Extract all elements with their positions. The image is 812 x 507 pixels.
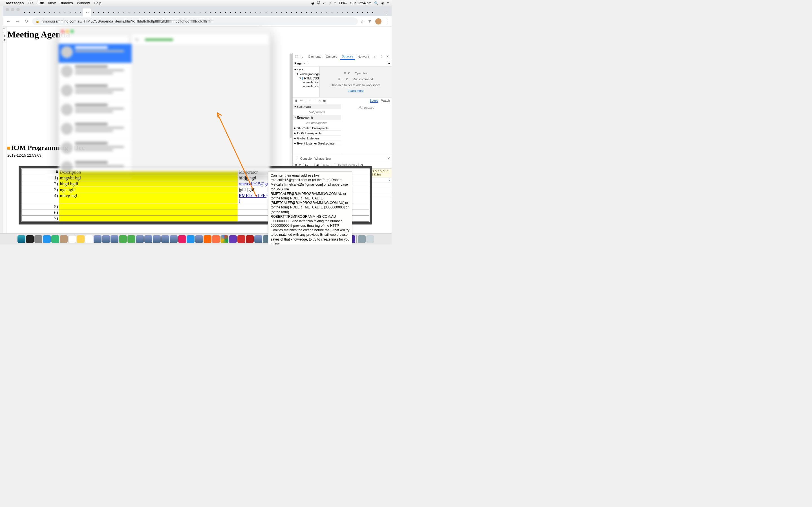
tab[interactable]: ▪ (91, 8, 96, 16)
tree-folder[interactable]: ▾ HTMLCSS (293, 76, 319, 80)
scope-tab[interactable]: Scope (370, 99, 378, 103)
dock-chrome[interactable] (220, 235, 229, 243)
drawer-menu-icon[interactable]: ⋮ (294, 157, 297, 160)
breakpoints-header[interactable]: ▾ Breakpoints (293, 115, 341, 120)
window-minimize[interactable] (11, 8, 14, 11)
spotlight-icon[interactable]: 🔍 (374, 1, 378, 5)
dock-app[interactable] (94, 235, 101, 243)
tab[interactable]: ▪ (57, 8, 62, 16)
sources-menu-icon[interactable]: ⋮ (307, 61, 310, 65)
notification-center-icon[interactable]: ≡ (387, 1, 389, 5)
dock-app[interactable] (110, 235, 118, 243)
dock-app[interactable] (161, 235, 169, 243)
tab[interactable]: ▪ (47, 8, 52, 16)
conversation[interactable] (59, 101, 132, 121)
dock-facetime[interactable] (128, 235, 135, 243)
menu-buddies[interactable]: Buddies (59, 1, 73, 5)
new-tab-button[interactable]: + (382, 10, 390, 16)
tab[interactable]: ▪ (319, 8, 324, 16)
battery-status[interactable]: 11% ⎓ (339, 1, 347, 5)
bluetooth-icon[interactable]: ᛒ (329, 1, 331, 5)
tab[interactable]: ▪ (198, 8, 202, 16)
clock[interactable]: Sun 12:54 pm (350, 1, 371, 5)
xhr-breakpoints[interactable]: ▸ XHR/fetch Breakpoints (293, 126, 341, 131)
dock-safari[interactable] (43, 235, 51, 243)
tab[interactable]: ▪ (248, 8, 253, 16)
tab[interactable]: ▪ (289, 8, 294, 16)
messages-to-field[interactable]: To: (132, 34, 268, 45)
tab[interactable]: ▪ (188, 8, 192, 16)
wifi-icon[interactable]: ⌔ (334, 1, 336, 5)
tab[interactable]: ▪ (126, 8, 132, 16)
tree-file[interactable]: agenda_iter (293, 84, 319, 88)
tab[interactable]: ▪ (183, 8, 187, 16)
tab[interactable]: ▪ (213, 8, 218, 16)
mod-extra[interactable]: ] (239, 198, 240, 203)
menu-help[interactable]: Help (94, 1, 101, 5)
dock-app[interactable] (102, 235, 110, 243)
tab[interactable]: ▪ (269, 8, 273, 16)
tab[interactable]: ▪ (350, 8, 355, 16)
tab[interactable]: ▪ (32, 8, 37, 16)
tab[interactable]: ▪ (329, 8, 335, 16)
desc-cell[interactable]: hhgd hgdf (59, 181, 238, 187)
dock-appstore[interactable] (187, 235, 195, 243)
tab[interactable]: ▪ (132, 8, 137, 16)
msg-minimize[interactable] (66, 30, 69, 33)
conversation[interactable] (59, 140, 132, 159)
tab[interactable]: ▪ (42, 8, 47, 16)
desc-cell[interactable]: mhvg ngf (59, 193, 238, 204)
device-toolbar-icon[interactable]: ⫍ (300, 55, 306, 58)
msg-zoom[interactable] (70, 30, 73, 33)
dock-itunes[interactable] (178, 235, 186, 243)
dock-app[interactable] (254, 235, 262, 243)
bookmark-star-icon[interactable]: ☆ (360, 18, 364, 24)
tab[interactable]: ▪ (279, 8, 284, 16)
tab[interactable]: ▪ (116, 8, 121, 16)
tab[interactable]: ▪ (96, 8, 101, 16)
tab[interactable]: ▪ (309, 8, 314, 16)
conversation[interactable] (59, 82, 132, 101)
step-out-icon[interactable]: ↑ (309, 99, 311, 103)
messages-conversation-list[interactable] (59, 44, 132, 172)
tab[interactable]: ▪ (172, 8, 177, 16)
tab[interactable]: ▪ (294, 8, 299, 16)
close-tab-icon[interactable]: ✕ (88, 11, 90, 14)
watch-tab[interactable]: Watch (381, 99, 390, 103)
dock-app[interactable] (204, 235, 211, 243)
drawer-close-icon[interactable]: ✕ (388, 157, 390, 160)
dock-app[interactable] (136, 235, 144, 243)
antivirus-icon[interactable]: ◒ (311, 1, 314, 5)
tab[interactable]: ▪ (340, 8, 345, 16)
tab[interactable]: ▪ (360, 8, 365, 16)
dock-app[interactable] (170, 235, 177, 243)
tab[interactable]: ▪ (68, 8, 72, 16)
tree-top[interactable]: ▾ ▫ top (293, 68, 319, 72)
desc-cell[interactable] (59, 216, 238, 222)
tab[interactable]: ▪ (228, 8, 233, 16)
tab-network[interactable]: Network (356, 54, 371, 59)
airplay-icon[interactable]: ▭ (323, 1, 326, 5)
dock-downloads[interactable] (358, 235, 366, 243)
tab[interactable]: ▪ (101, 8, 106, 16)
tab[interactable]: ▪ (52, 8, 57, 16)
sources-more-icon[interactable]: » (303, 62, 305, 65)
tab[interactable]: ▪ (142, 8, 147, 16)
tab[interactable]: ▪ (63, 8, 67, 16)
chrome-menu-icon[interactable]: ⋮ (385, 18, 389, 24)
window-zoom[interactable] (16, 8, 20, 11)
step-over-icon[interactable]: ↷ (300, 99, 303, 103)
dock-mail[interactable] (51, 235, 59, 243)
tab[interactable]: ▪ (238, 8, 243, 16)
pause-icon[interactable]: ⏸ (294, 99, 298, 103)
dock-firefox[interactable] (212, 235, 220, 243)
dock-launchpad[interactable] (35, 235, 42, 243)
call-stack-header[interactable]: ▾ Call Stack (293, 104, 341, 109)
tab[interactable]: ▪ (106, 8, 111, 16)
tab[interactable]: ▪ (162, 8, 167, 16)
deactivate-bp-icon[interactable]: ⍉ (319, 99, 320, 103)
tab[interactable]: ▪ (203, 8, 207, 16)
tab[interactable]: ▪ (152, 8, 157, 16)
menu-edit[interactable]: Edit (38, 1, 44, 5)
tree-file[interactable]: agenda_iter (293, 80, 319, 84)
